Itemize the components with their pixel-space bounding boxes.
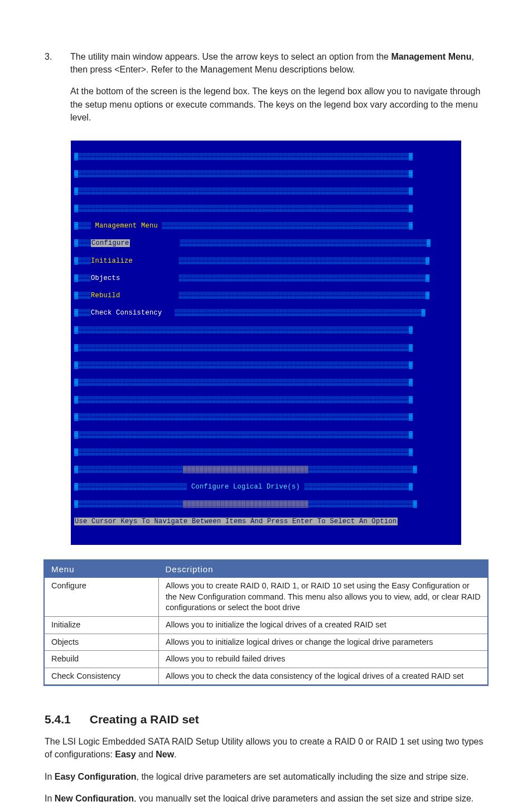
table-row: Rebuild Allows you to rebuild failed dri…	[45, 651, 487, 668]
term-item-objects: Objects	[91, 274, 120, 282]
table-row: Objects Allows you to initialize logical…	[45, 634, 487, 651]
section-heading: 5.4.1Creating a RAID set	[45, 713, 487, 726]
section-p1-c: and	[136, 750, 156, 759]
cell-desc: Allows you to initialize logical drives …	[159, 634, 488, 651]
term-legend: Use Cursor Keys To Navigate Between Item…	[74, 518, 398, 525]
cell-menu: Objects	[45, 634, 159, 651]
terminal-screenshot: ▓▒▒▒▒▒▒▒▒▒▒▒▒▒▒▒▒▒▒▒▒▒▒▒▒▒▒▒▒▒▒▒▒▒▒▒▒▒▒▒…	[71, 141, 461, 545]
section-title: Creating a RAID set	[90, 713, 199, 726]
step-text: The utility main window appears. Use the…	[70, 50, 487, 76]
table-head-desc: Description	[159, 561, 488, 578]
section-p1: The LSI Logic Embedded SATA RAID Setup U…	[45, 735, 487, 761]
step-p1-b: Management Menu	[391, 52, 471, 61]
term-hint: Configure Logical Drive(s)	[191, 483, 300, 491]
cell-desc: Allows you to rebuild failed drives	[159, 651, 488, 668]
section-p1-d: New	[156, 750, 174, 759]
section-p3-c: , you manually set the logical drive par…	[134, 794, 473, 802]
section-p2-a: In	[45, 772, 55, 781]
cell-menu: Initialize	[45, 616, 159, 634]
section-p2-c: , the logical drive parameters are set a…	[136, 772, 468, 781]
cell-menu: Configure	[45, 578, 159, 616]
table-head-menu: Menu	[45, 561, 159, 578]
cell-desc: Allows you to create RAID 0, RAID 1, or …	[159, 578, 488, 616]
section-p1-b: Easy	[115, 750, 136, 759]
step-p2: At the bottom of the screen is the legen…	[70, 85, 487, 124]
section-number: 5.4.1	[45, 713, 71, 726]
table-row: Initialize Allows you to initialize the …	[45, 616, 487, 634]
cell-desc: Allows you to initialize the logical dri…	[159, 616, 488, 634]
cell-menu: Rebuild	[45, 651, 159, 668]
step-number: 3.	[45, 50, 70, 63]
term-item-configure: Configure	[91, 239, 130, 247]
cell-menu: Check Consistency	[45, 668, 159, 685]
section-p2: In Easy Configuration, the logical drive…	[45, 770, 487, 783]
cell-desc: Allows you to check the data consistency…	[159, 668, 488, 685]
section-p3-a: In	[45, 794, 55, 802]
term-header: Management Menu	[95, 222, 158, 230]
step-p1-a: The utility main window appears. Use the…	[70, 52, 391, 61]
section-p3: In New Configuration, you manually set t…	[45, 792, 487, 802]
section-p3-b: New Configuration	[55, 794, 134, 802]
section-p2-b: Easy Configuration	[55, 772, 137, 781]
table-row: Configure Allows you to create RAID 0, R…	[45, 578, 487, 616]
section-p1-e: .	[174, 750, 176, 759]
table-row: Check Consistency Allows you to check th…	[45, 668, 487, 685]
term-item-initialize: Initialize	[91, 257, 133, 265]
term-item-check: Check Consistency	[91, 309, 162, 317]
section-p1-a: The LSI Logic Embedded SATA RAID Setup U…	[45, 737, 483, 759]
term-item-rebuild: Rebuild	[91, 292, 120, 299]
menu-description-table: Menu Description Configure Allows you to…	[45, 561, 487, 685]
